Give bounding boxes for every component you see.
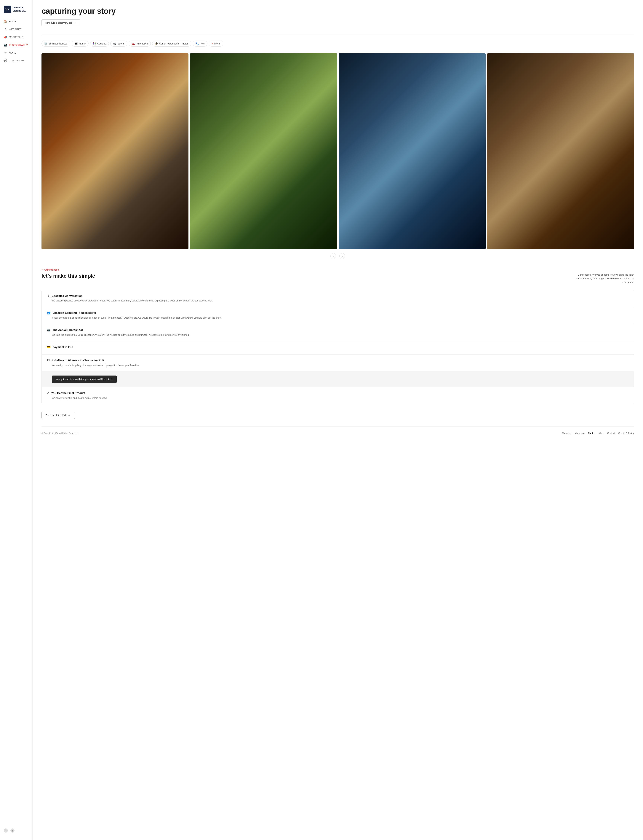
footer-link-credits[interactable]: Credits & Policy [618, 432, 634, 435]
footer-links: Websites Marketing Photos More Contact C… [562, 432, 634, 435]
automotive-icon: 🚗 [132, 42, 135, 45]
tab-couples[interactable]: 👫 Couples [90, 41, 109, 47]
footer-link-websites[interactable]: Websites [562, 432, 571, 435]
sidebar-item-marketing[interactable]: 📣 MARKETING [0, 33, 33, 41]
tab-senior-label: Senior / Graduation Photos [159, 42, 188, 45]
page-title: capturing your story [41, 7, 634, 16]
step-final-desc: We analyze insights and look to adjust w… [47, 396, 629, 400]
sidebar-label-photography: PHOTOGRAPHY [9, 44, 28, 46]
sidebar-item-home[interactable]: 🏠 HOME [0, 18, 33, 25]
main-content: capturing your story schedule a discover… [33, 0, 643, 840]
sidebar-item-websites[interactable]: 🖥 WEBSITES [0, 25, 33, 33]
gallery-prev-button[interactable]: ‹ [330, 253, 336, 259]
step-gallery: 🖼 A Gallery of Pictures to Choose for Ed… [42, 355, 634, 371]
discovery-call-button[interactable]: schedule a discovery call → [41, 20, 80, 26]
tab-couples-label: Couples [97, 42, 106, 45]
tab-sports-label: Sports [118, 42, 124, 45]
photo-gallery [41, 53, 634, 249]
footer: © Copyright 2024. All Rights Reserved. W… [41, 427, 634, 436]
discovery-call-label: schedule a discovery call [46, 21, 72, 24]
sidebar-label-contact: CONTACT US [9, 59, 24, 62]
process-list-icon: ≡ [41, 268, 43, 271]
sidebar-item-more[interactable]: ✂ MORE [0, 49, 33, 57]
book-btn-label: Book an Intro Call [46, 414, 67, 417]
sports-icon: ⚽ [113, 42, 116, 45]
gallery-step-icon: 🖼 [47, 359, 50, 362]
photoshoot-icon: 📷 [47, 328, 51, 332]
tab-family-label: Family [79, 42, 86, 45]
category-tabs: 🏢 Business Related 👨‍👩‍👧 Family 👫 Couple… [41, 41, 634, 47]
step-location-header: 👥 Location Scouting (if Necessary) [47, 311, 629, 314]
step-gallery-header: 🖼 A Gallery of Pictures to Choose for Ed… [47, 359, 629, 362]
tab-pets-label: Pets [200, 42, 205, 45]
process-title: let's make this simple [41, 273, 95, 279]
marketing-icon: 📣 [4, 35, 7, 39]
process-header: let's make this simple Our process invol… [41, 273, 634, 284]
step-payment: 💳 Payment in Full [42, 341, 634, 355]
logo-text: Visuals & Visions LLC [13, 6, 29, 13]
book-intro-call-button[interactable]: Book an Intro Call → [41, 412, 75, 419]
highlight-note-text: You get back to us with images you would… [52, 376, 117, 383]
gallery-photo-4 [487, 53, 634, 249]
sidebar-label-home: HOME [9, 20, 16, 23]
process-steps-container: 🖥 Specifics Conversation We discuss spec… [41, 290, 634, 404]
sidebar-label-websites: WEBSITES [9, 28, 21, 31]
sidebar-label-more: MORE [9, 51, 16, 54]
footer-link-more[interactable]: More [599, 432, 604, 435]
photography-icon: 📷 [4, 43, 7, 47]
step-final-title: You Get the Final Product [51, 391, 85, 394]
more-cat-icon: + [212, 42, 213, 45]
tab-automotive[interactable]: 🚗 Automotive [129, 41, 151, 47]
location-icon: 👥 [47, 311, 51, 314]
final-icon: ✓ [47, 391, 49, 395]
tab-business[interactable]: 🏢 Business Related [41, 41, 70, 47]
tab-pets[interactable]: 🐾 Pets [193, 41, 207, 47]
sidebar-item-contact[interactable]: 💬 CONTACT US [0, 57, 33, 64]
step-gallery-desc: We send you a whole gallery of images we… [47, 363, 629, 367]
cta-section: Book an Intro Call → [41, 412, 634, 419]
step-note: You get back to us with images you would… [42, 371, 634, 387]
process-section: ≡ Our Process let's make this simple Our… [41, 268, 634, 404]
footer-link-contact[interactable]: Contact [607, 432, 615, 435]
footer-link-marketing[interactable]: Marketing [575, 432, 584, 435]
book-arrow-icon: → [68, 414, 70, 417]
gallery-next-button[interactable]: › [339, 253, 345, 259]
sidebar-label-marketing: MARKETING [9, 36, 23, 39]
gallery-photo-2 [190, 53, 337, 249]
family-icon: 👨‍👩‍👧 [74, 42, 78, 45]
step-payment-title: Payment in Full [52, 345, 73, 348]
process-description: Our process involves bringing your visio… [571, 273, 634, 284]
step-photoshoot: 📷 The Actual Photoshoot We take the pict… [42, 324, 634, 341]
tab-sports[interactable]: ⚽ Sports [110, 41, 127, 47]
step-final: ✓ You Get the Final Product We analyze i… [42, 387, 634, 404]
step-specifics: 🖥 Specifics Conversation We discuss spec… [42, 290, 634, 307]
senior-icon: 🎓 [155, 42, 158, 45]
sidebar-nav: 🏠 HOME 🖥 WEBSITES 📣 MARKETING 📷 PHOTOGRA… [0, 18, 33, 825]
tab-senior[interactable]: 🎓 Senior / Graduation Photos [152, 41, 191, 47]
specifics-icon: 🖥 [47, 294, 50, 297]
tab-family[interactable]: 👨‍👩‍👧 Family [72, 41, 88, 47]
couples-icon: 👫 [93, 42, 96, 45]
sidebar: V× Visuals & Visions LLC 🏠 HOME 🖥 WEBSIT… [0, 0, 33, 840]
social-links: f ◎ [0, 825, 33, 836]
pets-icon: 🐾 [196, 42, 199, 45]
tab-business-label: Business Related [49, 42, 67, 45]
tab-more[interactable]: + More! [209, 41, 223, 47]
process-label: ≡ Our Process [41, 268, 634, 271]
step-specifics-title: Specifics Conversation [52, 294, 83, 297]
logo[interactable]: V× Visuals & Visions LLC [0, 4, 33, 18]
gallery-navigation: ‹ › [41, 253, 634, 259]
payment-icon: 💳 [47, 345, 51, 349]
step-location-desc: If your shoot is at a specific location … [47, 316, 629, 320]
step-final-header: ✓ You Get the Final Product [47, 391, 629, 395]
step-photoshoot-title: The Actual Photoshoot [52, 328, 83, 332]
instagram-icon[interactable]: ◎ [10, 829, 15, 833]
more-icon: ✂ [4, 51, 7, 54]
copyright-text: © Copyright 2024. All Rights Reserved. [41, 432, 79, 434]
facebook-icon[interactable]: f [4, 829, 8, 833]
arrow-icon: → [74, 21, 76, 24]
sidebar-item-photography[interactable]: 📷 PHOTOGRAPHY [0, 41, 33, 49]
home-icon: 🏠 [4, 20, 7, 23]
footer-link-photos[interactable]: Photos [588, 432, 596, 435]
step-specifics-header: 🖥 Specifics Conversation [47, 294, 629, 297]
